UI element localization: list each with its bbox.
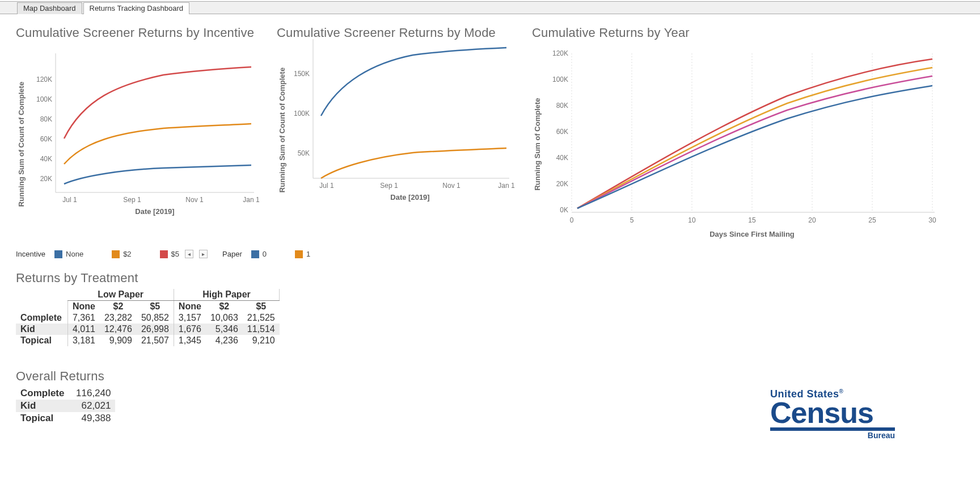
legend-item-none[interactable]: None [54, 250, 83, 258]
svg-text:100K: 100K [36, 95, 52, 103]
col-header: $2 [100, 301, 137, 313]
chart-incentive-plot: Running Sum of Count of Complete 20K 40K… [16, 42, 260, 218]
legend-item-paper1[interactable]: 1 [295, 250, 310, 258]
table-row: Topical 3,181 9,909 21,507 1,345 4,236 9… [16, 335, 280, 346]
logo-main-text: Census [770, 400, 895, 426]
swatch-icon [112, 250, 120, 258]
svg-text:20: 20 [808, 216, 816, 224]
tab-returns-tracking[interactable]: Returns Tracking Dashboard [83, 2, 189, 14]
svg-text:Nov 1: Nov 1 [185, 196, 204, 204]
svg-text:5: 5 [630, 216, 634, 224]
svg-text:Sep 1: Sep 1 [380, 182, 398, 190]
col-header: None [67, 301, 100, 313]
svg-text:80K: 80K [556, 102, 568, 110]
chart-incentive: Cumulative Screener Returns by Incentive… [16, 26, 260, 249]
svg-text:Days Since First Mailing: Days Since First Mailing [709, 230, 795, 238]
legend-item-2[interactable]: $2 [112, 250, 131, 258]
overall-returns-title: Overall Returns [16, 369, 964, 384]
svg-text:120K: 120K [36, 75, 52, 83]
chart-incentive-title: Cumulative Screener Returns by Incentive [16, 26, 260, 40]
svg-text:Running Sum of Complete: Running Sum of Complete [533, 98, 542, 191]
svg-text:25: 25 [868, 216, 876, 224]
tab-bar: Map Dashboard Returns Tracking Dashboard [0, 1, 980, 14]
table-row: Topical 49,388 [16, 412, 115, 425]
svg-text:15: 15 [748, 216, 756, 224]
legend-item-paper0[interactable]: 0 [251, 250, 267, 258]
svg-text:0K: 0K [560, 206, 568, 214]
svg-text:Jan 1: Jan 1 [498, 182, 515, 190]
col-header: $2 [206, 301, 243, 313]
svg-text:40K: 40K [556, 154, 568, 162]
chart-year-title: Cumulative Returns by Year [532, 26, 940, 40]
swatch-icon [251, 250, 259, 258]
svg-text:Running Sum of Count of Comple: Running Sum of Count of Complete [278, 68, 286, 192]
col-group-low: Low Paper [67, 289, 174, 301]
chart-mode-plot: Running Sum of Count of Complete 50K 100… [277, 28, 515, 204]
col-header: None [174, 301, 206, 313]
legend-next-button[interactable]: ▸ [199, 250, 208, 258]
swatch-icon [160, 250, 168, 258]
legend-paper-label: Paper [222, 250, 242, 258]
svg-text:50K: 50K [298, 149, 310, 157]
col-header: $5 [243, 301, 280, 313]
svg-text:120K: 120K [552, 49, 568, 57]
legend-incentive-label: Incentive [16, 250, 45, 258]
svg-text:Date [2019]: Date [2019] [135, 207, 174, 216]
svg-text:Sep 1: Sep 1 [123, 196, 141, 204]
chart-year: Cumulative Returns by Year Running Sum o… [532, 26, 940, 249]
svg-text:20K: 20K [40, 175, 52, 183]
chart-mode: Cumulative Screener Returns by Mode Runn… [277, 26, 515, 249]
legend-prev-button[interactable]: ◂ [185, 250, 193, 258]
svg-text:20K: 20K [556, 180, 568, 188]
legend-text: 0 [263, 250, 267, 258]
svg-text:60K: 60K [556, 128, 568, 136]
svg-text:40K: 40K [40, 155, 52, 163]
svg-text:Date [2019]: Date [2019] [390, 193, 429, 202]
chart-year-plot: Running Sum of Complete 0K 20K 40K 60K 8… [532, 42, 940, 246]
tab-map-dashboard[interactable]: Map Dashboard [17, 2, 82, 14]
svg-text:10: 10 [688, 216, 696, 224]
logo-bureau-text: Bureau [770, 431, 895, 440]
svg-text:30: 30 [928, 216, 936, 224]
legend-text: $2 [123, 250, 131, 258]
svg-text:Jul 1: Jul 1 [319, 182, 334, 190]
returns-treatment-table: Low Paper High Paper None $2 $5 None $2 … [16, 289, 280, 346]
svg-text:80K: 80K [40, 115, 52, 123]
dashboard-content: Cumulative Screener Returns by Incentive… [0, 14, 980, 430]
svg-text:150K: 150K [294, 70, 310, 78]
svg-text:Nov 1: Nov 1 [442, 182, 461, 190]
svg-text:100K: 100K [552, 75, 568, 83]
table-row: Complete 116,240 [16, 387, 115, 400]
svg-text:Jan 1: Jan 1 [243, 196, 260, 204]
returns-treatment-title: Returns by Treatment [16, 271, 964, 286]
svg-text:0: 0 [570, 216, 574, 224]
overall-returns-table: Complete 116,240 Kid 62,021 Topical 49,3… [16, 387, 115, 425]
swatch-icon [295, 250, 303, 258]
table-row: Kid 62,021 [16, 400, 115, 412]
legend-row: Incentive None $2 $5 ◂ ▸ Paper 0 1 [16, 250, 964, 258]
col-header: $5 [137, 301, 174, 313]
swatch-icon [54, 250, 62, 258]
svg-text:Running Sum of Count of Comple: Running Sum of Count of Complete [17, 82, 26, 207]
svg-text:100K: 100K [294, 110, 310, 117]
svg-text:60K: 60K [40, 135, 52, 143]
legend-text: None [66, 250, 83, 258]
legend-text: 1 [306, 250, 310, 258]
legend-item-5[interactable]: $5 [160, 250, 179, 258]
table-row: Kid 4,011 12,476 26,998 1,676 5,346 11,5… [16, 324, 280, 335]
table-row: Complete 7,361 23,282 50,852 3,157 10,06… [16, 312, 280, 324]
legend-text: $5 [171, 250, 179, 258]
svg-text:Jul 1: Jul 1 [62, 196, 77, 204]
col-group-high: High Paper [174, 289, 279, 301]
census-logo: United States® Census Bureau [770, 388, 895, 440]
